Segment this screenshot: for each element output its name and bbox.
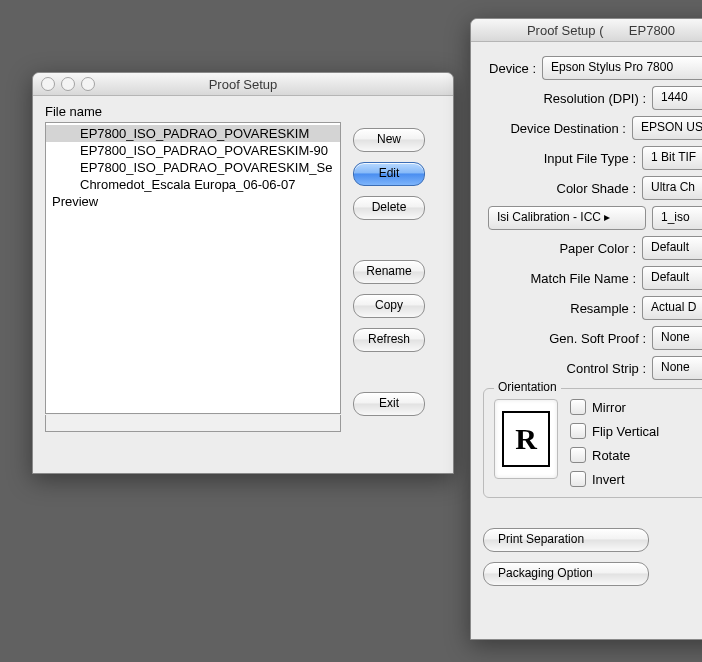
delete-button[interactable]: Delete [353, 196, 425, 220]
color-shade-dropdown[interactable]: Ultra Ch [642, 176, 702, 200]
row-paper-color: Paper Color : Default [483, 236, 702, 260]
packaging-option-button[interactable]: Packaging Option [483, 562, 649, 586]
control-strip-dropdown[interactable]: None [652, 356, 702, 380]
orientation-legend: Orientation [494, 380, 561, 394]
titlebar[interactable]: Proof Setup ( EP7800 [471, 19, 702, 42]
color-shade-label: Color Shade : [557, 181, 637, 196]
rotate-label: Rotate [592, 448, 630, 463]
resample-dropdown[interactable]: Actual D [642, 296, 702, 320]
row-match-file: Match File Name : Default [483, 266, 702, 290]
window-title: Proof Setup [209, 77, 278, 92]
device-dropdown[interactable]: Epson Stylus Pro 7800 [542, 56, 702, 80]
proof-setup-list-window: Proof Setup File name EP7800_ISO_PADRAO_… [32, 72, 454, 474]
flip-vertical-checkbox-row: Flip Vertical [570, 423, 659, 439]
mirror-checkbox[interactable] [570, 399, 586, 415]
exit-button[interactable]: Exit [353, 392, 425, 416]
calibration-dropdown[interactable]: Isi Calibration - ICC ▸ [488, 206, 646, 230]
edit-button[interactable]: Edit [353, 162, 425, 186]
soft-proof-dropdown[interactable]: None [652, 326, 702, 350]
control-strip-label: Control Strip : [567, 361, 646, 376]
copy-button[interactable]: Copy [353, 294, 425, 318]
window-controls [41, 77, 95, 91]
match-file-label: Match File Name : [531, 271, 636, 286]
row-color-shade: Color Shade : Ultra Ch [483, 176, 702, 200]
list-item[interactable]: Preview [46, 193, 340, 210]
titlebar[interactable]: Proof Setup [33, 73, 453, 96]
list-item[interactable]: EP7800_ISO_PADRAO_POVARESKIM_Se [46, 159, 340, 176]
refresh-button[interactable]: Refresh [353, 328, 425, 352]
soft-proof-label: Gen. Soft Proof : [549, 331, 646, 346]
paper-color-label: Paper Color : [559, 241, 636, 256]
title-prefix: Proof Setup ( [527, 23, 604, 38]
close-icon[interactable] [41, 77, 55, 91]
input-type-dropdown[interactable]: 1 Bit TIF [642, 146, 702, 170]
proof-setup-detail-window: Proof Setup ( EP7800 Device : Epson Styl… [470, 18, 702, 640]
row-control-strip: Control Strip : None [483, 356, 702, 380]
orientation-letter: R [502, 411, 550, 467]
rename-button[interactable]: Rename [353, 260, 425, 284]
mirror-label: Mirror [592, 400, 626, 415]
row-soft-proof: Gen. Soft Proof : None [483, 326, 702, 350]
rotate-checkbox-row: Rotate [570, 447, 659, 463]
paper-color-dropdown[interactable]: Default [642, 236, 702, 260]
list-item[interactable]: EP7800_ISO_PADRAO_POVARESKIM [46, 125, 340, 142]
resample-label: Resample : [570, 301, 636, 316]
print-separation-button[interactable]: Print Separation [483, 528, 649, 552]
bottom-buttons: Print Separation Packaging Option [483, 528, 702, 586]
row-resample: Resample : Actual D [483, 296, 702, 320]
row-resolution: Resolution (DPI) : 1440 [483, 86, 702, 110]
orientation-group: Orientation R Mirror Flip Vertical Rotat… [483, 388, 702, 498]
match-file-dropdown[interactable]: Default [642, 266, 702, 290]
device-label: Device : [489, 61, 536, 76]
flip-vertical-label: Flip Vertical [592, 424, 659, 439]
file-list[interactable]: EP7800_ISO_PADRAO_POVARESKIM EP7800_ISO_… [45, 122, 341, 414]
window-title: Proof Setup ( EP7800 [527, 23, 675, 38]
row-destination: Device Destination : EPSON US [483, 116, 702, 140]
window-body: File name EP7800_ISO_PADRAO_POVARESKIM E… [33, 96, 453, 428]
resolution-label: Resolution (DPI) : [543, 91, 646, 106]
minimize-icon[interactable] [61, 77, 75, 91]
list-item[interactable]: EP7800_ISO_PADRAO_POVARESKIM-90 [46, 142, 340, 159]
destination-label: Device Destination : [510, 121, 626, 136]
destination-dropdown[interactable]: EPSON US [632, 116, 702, 140]
input-type-label: Input File Type : [544, 151, 636, 166]
window-body: Device : Epson Stylus Pro 7800 Resolutio… [471, 42, 702, 598]
new-button[interactable]: New [353, 128, 425, 152]
mirror-checkbox-row: Mirror [570, 399, 659, 415]
title-suffix: EP7800 [629, 23, 675, 38]
horizontal-scrollbar[interactable] [45, 415, 341, 432]
row-input-type: Input File Type : 1 Bit TIF [483, 146, 702, 170]
file-name-label: File name [45, 104, 441, 119]
button-column: New Edit Delete Rename Copy Refresh Exit [353, 122, 425, 416]
resolution-dropdown[interactable]: 1440 [652, 86, 702, 110]
invert-checkbox-row: Invert [570, 471, 659, 487]
orientation-preview: R [494, 399, 558, 479]
zoom-icon[interactable] [81, 77, 95, 91]
list-item[interactable]: Chromedot_Escala Europa_06-06-07 [46, 176, 340, 193]
invert-label: Invert [592, 472, 625, 487]
invert-checkbox[interactable] [570, 471, 586, 487]
rotate-checkbox[interactable] [570, 447, 586, 463]
row-device: Device : Epson Stylus Pro 7800 [483, 56, 702, 80]
calibration-value-dropdown[interactable]: 1_iso [652, 206, 702, 230]
row-calibration: Isi Calibration - ICC ▸ 1_iso [483, 206, 702, 230]
flip-vertical-checkbox[interactable] [570, 423, 586, 439]
